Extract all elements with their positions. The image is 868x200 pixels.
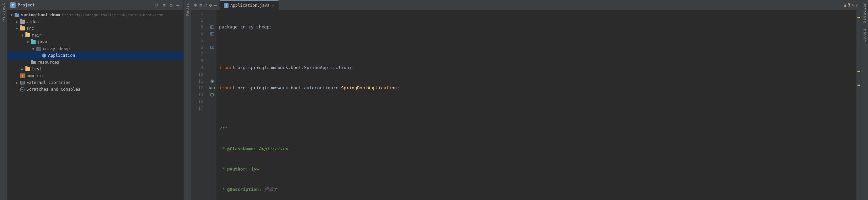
gutter-9 xyxy=(208,64,216,71)
gear-icon[interactable]: ⚙ xyxy=(209,2,212,8)
gutter-8 xyxy=(208,58,216,64)
database-tab[interactable]: Database xyxy=(861,0,868,26)
project-tab-label: Project xyxy=(1,0,6,23)
gutter-6[interactable] xyxy=(208,44,216,51)
sidebar: P Project ⟳ ≡ ⚙ — ▼ spring-boot-demo D:\… xyxy=(7,0,184,200)
sidebar-title: Project xyxy=(18,3,151,7)
gutter-13[interactable] xyxy=(208,91,216,98)
tree-item-test[interactable]: ▶ test xyxy=(7,66,183,72)
collapse-btn[interactable]: ≡ xyxy=(161,2,167,8)
code-line-5 xyxy=(219,105,854,112)
settings-btn[interactable]: ⚙ xyxy=(168,2,174,8)
label-scratches: Scratches and Consoles xyxy=(26,87,80,92)
editor-content: 1 2 3 4 5 6 7 8 9 10 11 12 13 16 17 xyxy=(191,10,861,200)
tree-item-main[interactable]: ▼ main xyxy=(7,32,183,39)
scrollbar-strip[interactable] xyxy=(856,10,861,200)
gutter-3[interactable] xyxy=(208,24,216,30)
redis-tab-label: Redis xyxy=(185,0,191,18)
xml-icon: m xyxy=(20,73,25,79)
tree-item-package[interactable]: ▼ cn.zy sheep xyxy=(7,45,183,52)
code-line-6: /** xyxy=(219,125,854,132)
ext-lib-icon xyxy=(20,80,25,85)
svg-rect-31 xyxy=(211,93,213,96)
line-num-16: 16 xyxy=(191,98,205,105)
tree-item-application[interactable]: J Application xyxy=(7,52,183,59)
tree-item-idea[interactable]: ▶ .idea xyxy=(7,18,183,25)
tree-item-scratches[interactable]: Scratches and Consoles xyxy=(7,86,183,93)
warning-area: ▲ 3 ∧ ∨ xyxy=(844,3,861,7)
tree-item-root[interactable]: ▼ spring-boot-demo D:\study\code\gulimal… xyxy=(7,12,183,18)
svg-text:m: m xyxy=(22,75,23,77)
editor-area: ⊕ ≡ ⇄ ⚙ — J Application.java ✕ ▲ 3 ∧ ∨ 1… xyxy=(191,0,861,200)
line-num-1: 1 xyxy=(191,10,205,17)
label-package: cn.zy sheep xyxy=(43,46,70,51)
gutter-1 xyxy=(208,10,216,17)
svg-text:J: J xyxy=(43,54,45,58)
redis-tab[interactable]: Redis xyxy=(184,0,191,200)
label-application: Application xyxy=(48,53,75,58)
project-tree: ▼ spring-boot-demo D:\study\code\gulimal… xyxy=(7,10,183,200)
line-num-17: 17 xyxy=(191,105,205,112)
folder-icon-src xyxy=(20,26,25,31)
label-java: java xyxy=(37,40,47,44)
gutter-4[interactable] xyxy=(208,30,216,37)
tree-item-ext-libs[interactable]: ▶ External Libraries xyxy=(7,79,183,86)
folder-icon-test xyxy=(25,66,31,72)
warning-up-btn[interactable]: ∧ xyxy=(852,3,854,7)
gutter-12[interactable]: ☀ xyxy=(208,85,216,91)
code-line-2 xyxy=(219,44,854,51)
tree-item-src[interactable]: ▼ src xyxy=(7,25,183,32)
label-root: spring-boot-demo xyxy=(21,13,60,17)
tab-java-icon: J xyxy=(224,3,229,8)
tree-item-pom[interactable]: m pom.xml xyxy=(7,72,183,79)
sync-btn[interactable]: ⟳ xyxy=(153,2,160,8)
minimize-icon[interactable]: — xyxy=(214,2,217,8)
gutter-10 xyxy=(208,71,216,78)
folder-icon-main xyxy=(25,32,31,38)
gutter-2 xyxy=(208,17,216,24)
gutter: ☀ ☀ xyxy=(208,10,216,200)
label-resources: resources xyxy=(37,60,59,65)
warning-down-btn[interactable]: ∨ xyxy=(855,3,858,7)
gutter-5 xyxy=(208,37,216,44)
code-line-4: import org.springframework.boot.autoconf… xyxy=(219,85,854,91)
list-icon[interactable]: ≡ xyxy=(199,2,202,8)
warning-count: 3 xyxy=(848,3,850,7)
hide-btn[interactable]: — xyxy=(175,2,181,8)
gutter-7 xyxy=(208,51,216,58)
warning-triangle-icon: ▲ xyxy=(844,3,846,7)
gutter-16 xyxy=(208,98,216,105)
code-editor[interactable]: package cn.zy sheep; import org.springfr… xyxy=(216,10,856,200)
sidebar-actions: ⟳ ≡ ⚙ — xyxy=(153,2,181,8)
svg-rect-9 xyxy=(31,60,33,61)
line-num-7: 7 xyxy=(191,51,205,58)
tree-item-resources[interactable]: resources xyxy=(7,59,183,66)
line-num-3: 3 xyxy=(191,24,205,30)
arrow-src: ▼ xyxy=(14,27,20,30)
tab-close-btn[interactable]: ✕ xyxy=(272,3,274,8)
folder-icon-java xyxy=(31,39,36,45)
warn-mark-2 xyxy=(857,71,860,72)
right-side-tabs: Database Maven xyxy=(861,0,868,200)
label-idea: .idea xyxy=(26,19,39,24)
code-line-9: * @Description: 启动类 xyxy=(219,186,854,193)
maven-tab[interactable]: Maven xyxy=(861,26,868,45)
folder-icon-idea xyxy=(20,19,25,24)
line-num-13: 13 xyxy=(191,91,205,98)
project-tab[interactable]: Project xyxy=(0,0,7,200)
tree-item-java[interactable]: ▼ java xyxy=(7,39,183,45)
label-main: main xyxy=(32,33,42,38)
svg-marker-30 xyxy=(214,87,216,89)
svg-rect-2 xyxy=(15,14,19,17)
svg-rect-20 xyxy=(211,26,214,28)
warn-mark-3 xyxy=(857,85,860,86)
tab-application-java[interactable]: J Application.java ✕ xyxy=(220,0,279,10)
arrows-icon[interactable]: ⇄ xyxy=(204,2,207,8)
gutter-11[interactable]: ☀ xyxy=(208,78,216,85)
line-numbers: 1 2 3 4 5 6 7 8 9 10 11 12 13 16 17 xyxy=(191,10,208,200)
arrow-ext: ▶ xyxy=(14,81,20,85)
svg-rect-4 xyxy=(36,47,41,51)
svg-rect-14 xyxy=(20,81,24,84)
label-test: test xyxy=(32,67,42,71)
globe-icon[interactable]: ⊕ xyxy=(194,2,197,8)
